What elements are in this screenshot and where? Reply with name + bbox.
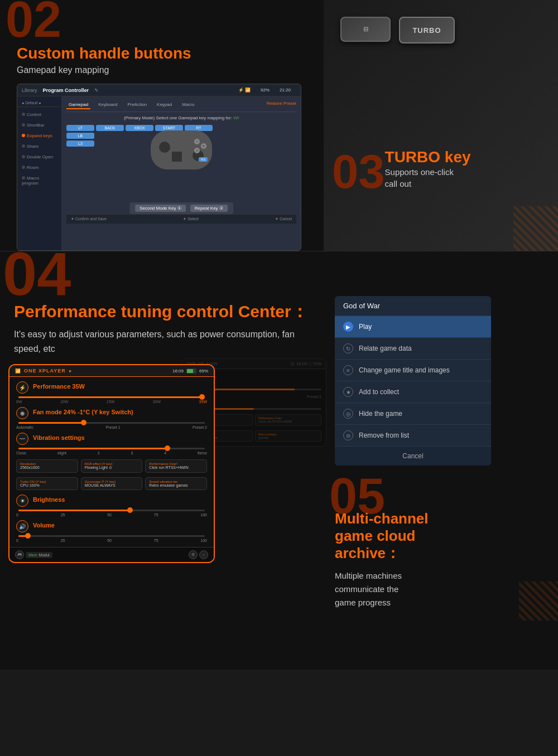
pc-sidebar-macro[interactable]: Macroprogram	[17, 173, 61, 188]
repeat-key-button[interactable]: Repeat Key ②	[190, 205, 228, 212]
menu-item-remove[interactable]: ⊖ Remove from list	[335, 425, 491, 447]
pc-sidebar: ● Default ● Control ShortBar Expand keys…	[17, 96, 62, 250]
section-02-subtitle: Gamepad key mapping	[17, 65, 307, 75]
menu-item-collect[interactable]: ★ Add to collect	[335, 381, 491, 403]
change-label: Change game title and images	[359, 366, 450, 374]
onex-divider: ▸	[69, 369, 71, 374]
a-button: A	[194, 148, 200, 153]
menu-item-hide[interactable]: ◎ Hide the game	[335, 403, 491, 425]
star-icon: ★	[343, 387, 353, 397]
tab-keyboard[interactable]: Keyboard	[96, 101, 119, 109]
vib-icon: 〰	[16, 433, 28, 445]
back-button[interactable]: BACK	[96, 125, 124, 131]
volume-slider-thumb	[25, 533, 31, 539]
bright-0: 0	[16, 513, 18, 517]
resolution-value: 2560x1600	[20, 466, 74, 469]
brightness-slider-fill	[18, 510, 130, 511]
section-03-header: 03 TURBO key Supports one-click call out	[332, 148, 550, 195]
tab-macro[interactable]: Macro	[180, 101, 196, 109]
onex-content: ⚡ Performance 35W 6W 10W	[9, 377, 214, 547]
tab-preaction[interactable]: PreAction	[125, 101, 149, 109]
pc-sidebar-doubleopen[interactable]: Double Open	[17, 152, 61, 162]
mem-indicator: Mem Modul	[26, 552, 52, 558]
section-03-info: 03 TURBO key Supports one-click call out	[332, 148, 550, 195]
pc-sidebar-expandkeys[interactable]: Expand keys	[17, 130, 61, 141]
pc-icons: ⚡ 📶	[238, 88, 251, 93]
onex-logo: ONE XPLAYER	[24, 368, 66, 374]
hide-icon: ◎	[343, 409, 353, 419]
program-controller-screenshot: Library Program Controller ✎ ⚡ 📶 92% 21:…	[17, 84, 301, 251]
restore-preset-button[interactable]: Restore Preset	[267, 101, 296, 109]
turbo-background: ⊟ TURBO 03 TURBO key Supports one-click …	[324, 0, 558, 251]
tab-gamepad[interactable]: Gamepad	[66, 101, 90, 109]
menu-item-relate[interactable]: ↻ Relate game data	[335, 338, 491, 360]
onex-device-container: ONE XPLAYER ⊡ 16:05 □ 72% 2560x1600 Perf…	[14, 364, 310, 563]
onex-time: 16:09	[172, 369, 184, 374]
remove-label: Remove from list	[359, 432, 409, 439]
tab-keypad[interactable]: Keypad	[155, 101, 174, 109]
pc-sidebar-room[interactable]: Room	[17, 162, 61, 173]
fan-slider-container	[16, 422, 207, 424]
perf-over-value: Click run RTSS+HWIN	[149, 466, 203, 469]
sound-value: Retro emulator games	[149, 483, 203, 487]
onex-bottom-icons-right: ⚙ ›	[189, 550, 208, 559]
section-03-text: TURBO key Supports one-click call out	[385, 149, 471, 190]
wifi-icon: 📶	[15, 369, 21, 374]
section-04-right: God of War ▶ Play ↻ Relate game data ≡ C…	[324, 251, 558, 670]
brightness-slider-container	[16, 510, 207, 511]
god-of-war-menu: God of War ▶ Play ↻ Relate game data ≡ C…	[335, 296, 491, 466]
pc-time: 21:20	[280, 88, 291, 93]
rgb-value: Flowing Light ⊙	[85, 466, 139, 470]
pc-default-label: ● Default ●	[17, 99, 61, 107]
pc-sidebar-shortbar[interactable]: ShortBar	[17, 120, 61, 130]
l3-button[interactable]: L3	[66, 140, 94, 147]
xbox-button[interactable]: XBOX	[126, 125, 153, 131]
next-icon[interactable]: ›	[199, 550, 208, 559]
pc-sidebar-control[interactable]: Control	[17, 109, 61, 120]
hide-label: Hide the game	[359, 410, 402, 418]
watt-slider-track[interactable]	[18, 396, 205, 398]
menu-cancel-button[interactable]: Cancel	[335, 447, 491, 466]
onex-main-device: 📶 ONE XPLAYER ▸ 16:09 69%	[8, 364, 215, 563]
watt-slider-container	[16, 396, 207, 398]
turbo-button-visual: TURBO	[399, 17, 455, 43]
fan-auto: Automatic	[16, 425, 33, 429]
select-label: ✦ Select	[183, 217, 198, 221]
pc-sidebar-share[interactable]: Share	[17, 141, 61, 152]
watt-6: 6W	[16, 400, 22, 404]
turbo-key-title: TURBO key	[385, 149, 471, 166]
pc-tabs: Gamepad Keyboard PreAction Keypad Macro …	[66, 101, 296, 112]
b-button: B	[201, 143, 206, 149]
bright-50: 50	[107, 513, 112, 517]
menu-item-change[interactable]: ≡ Change game title and images	[335, 360, 491, 381]
menu-item-play[interactable]: ▶ Play	[335, 316, 491, 338]
dot-active-icon	[22, 134, 25, 137]
gamepad-buttons-visual: ⊟ TURBO	[340, 17, 455, 43]
volume-slider-track[interactable]	[18, 535, 205, 537]
pc-topbar: Library Program Controller ✎ ⚡ 📶 92% 21:…	[17, 84, 301, 96]
vib-4: 4	[164, 451, 166, 455]
section-04-number: 04	[3, 243, 71, 304]
pc-instruction: (Primary Mode) Select one Gamepad key ma…	[66, 115, 296, 120]
cancel-text: Cancel	[402, 452, 423, 460]
vib-slider-track[interactable]	[18, 448, 205, 449]
settings-icon[interactable]: ⚙	[189, 550, 198, 559]
gyro-value: MOUSE ALWAYS	[85, 483, 139, 487]
lb-button[interactable]: LB	[66, 133, 94, 139]
second-mode-button[interactable]: Second Mode Key ①	[135, 205, 186, 212]
volume-header-row: 🔊 Volume	[16, 520, 207, 532]
confirm-save-label: ✦ Confirm and Save	[71, 217, 107, 221]
key-popup: Second Mode Key ① Repeat Key ②	[129, 202, 233, 214]
vib-fierce: fierce	[198, 451, 207, 455]
watt-10: 10W	[60, 400, 68, 404]
pc-battery: 92%	[261, 88, 270, 93]
lt-button[interactable]: LT	[66, 125, 94, 131]
turbo-key-desc: Supports one-click call out	[385, 166, 471, 190]
brightness-slider-track[interactable]	[18, 510, 205, 511]
pc-topbar-right: ⚡ 📶 92% 21:20	[238, 88, 296, 93]
vib-close: Close	[16, 451, 26, 455]
bottom-icon-1[interactable]: 🎮	[15, 550, 24, 559]
vol-75: 75	[154, 539, 158, 542]
brightness-icon: ☀	[16, 495, 28, 507]
fan-slider-track[interactable]	[18, 422, 205, 424]
